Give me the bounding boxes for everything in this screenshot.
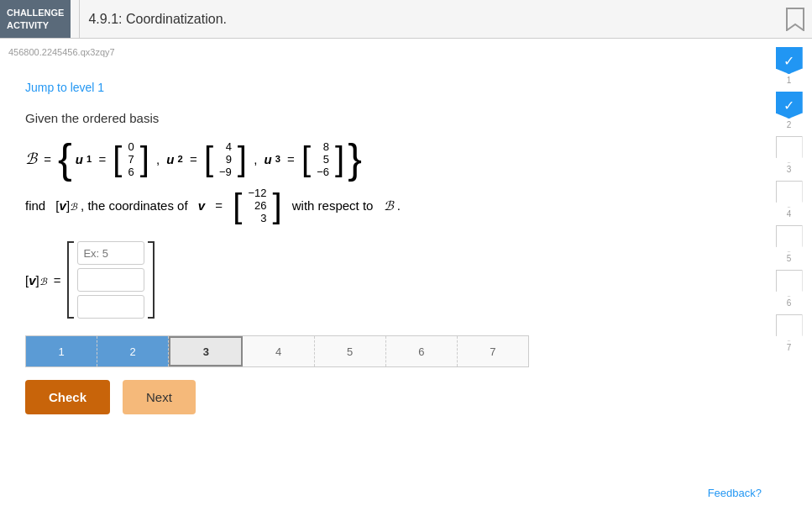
basis-definition: ℬ = { u1 = [ 0 7 6 ] , u2 = [ 4 9 −9 (25, 138, 741, 180)
matrix-input-3[interactable] (77, 295, 144, 319)
sidebar-entry-7: 7 (776, 314, 803, 352)
matrix-input-2[interactable] (77, 268, 144, 292)
u3-r1: 8 (323, 140, 329, 153)
v-bracket-right: ] (272, 189, 281, 223)
u3-r2: 5 (323, 153, 329, 166)
u2-r2: 9 (226, 153, 232, 166)
level-sidebar: ✓ 1 ✓ 2 3 4 5 6 7 (766, 39, 812, 352)
u1-bracket-right: ] (140, 142, 149, 176)
u1-label: u (76, 152, 83, 166)
main-content: Jump to level 1 Given the ordered basis … (0, 39, 766, 506)
u3-bracket-left: [ (301, 142, 311, 176)
u1-r3: 6 (128, 166, 134, 178)
sidebar-entry-6: 6 (776, 270, 803, 308)
comma1: , (153, 152, 164, 166)
find-word: find (25, 198, 45, 213)
check-icon-2: ✓ (783, 98, 794, 113)
buttons-row: Check Next (25, 380, 741, 414)
level-item-1[interactable]: 1 (26, 336, 97, 366)
sidebar-num-3: 3 (787, 165, 792, 174)
eq1: = (95, 152, 109, 166)
page-title: 4.9.1: Coordinatization. (88, 12, 227, 27)
u1-sub: 1 (86, 154, 92, 164)
level-item-2[interactable]: 2 (97, 336, 169, 366)
level-item-4[interactable]: 4 (243, 336, 314, 366)
sidebar-num-6: 6 (787, 298, 792, 308)
u1-r2: 7 (128, 153, 134, 166)
the-coords-text: , the coordinates of (81, 198, 188, 213)
u2-r3: −9 (219, 166, 232, 178)
sidebar-num-2: 2 (787, 120, 792, 129)
open-brace: { (58, 138, 72, 180)
bookmark-icon[interactable] (783, 3, 808, 36)
u3-sub: 3 (275, 154, 280, 164)
eq2: = (186, 152, 201, 166)
challenge-activity-label: CHALLENGE ACTIVITY (0, 0, 71, 38)
with-respect-text: with respect to (292, 198, 374, 213)
v-r1: −12 (248, 187, 266, 199)
v-var: v (198, 198, 205, 213)
input-bracket-wrap (67, 241, 155, 319)
input-equals: = (54, 273, 61, 287)
v-bracket-left: [ (233, 189, 242, 223)
sidebar-num-1: 1 (787, 76, 792, 85)
input-matrix-area: [v]ℬ = (25, 241, 741, 319)
basis-symbol: ℬ (25, 150, 37, 168)
sidebar-item-2[interactable]: ✓ (776, 92, 803, 119)
next-button[interactable]: Next (123, 380, 196, 414)
eq3: = (284, 152, 298, 166)
sidebar-entry-5: 5 (776, 225, 803, 263)
sidebar-num-7: 7 (787, 343, 792, 352)
equals-sign: = (40, 152, 55, 166)
bracket-left-input (67, 241, 74, 319)
sidebar-num-4: 4 (787, 209, 792, 219)
svg-marker-0 (787, 8, 804, 30)
sidebar-entry-3: 3 (776, 136, 803, 174)
comma2: , (250, 152, 261, 166)
sidebar-item-7[interactable] (776, 314, 803, 341)
v-coords-label: [v]ℬ (55, 198, 77, 213)
v-r2: 26 (254, 199, 266, 212)
level-item-5[interactable]: 5 (315, 336, 386, 366)
u3-bracket-right: ] (335, 142, 344, 176)
sidebar-item-1[interactable]: ✓ (776, 47, 803, 74)
level-bar: 1 2 3 4 5 6 7 (25, 335, 529, 367)
B-label-2: ℬ (384, 198, 394, 213)
jump-to-level-link[interactable]: Jump to level 1 (25, 81, 741, 94)
bracket-right-input (148, 241, 155, 319)
u1-r1: 0 (128, 140, 134, 153)
sidebar-item-4[interactable] (776, 181, 803, 208)
sidebar-item-3[interactable] (776, 136, 803, 163)
header-divider (79, 0, 80, 38)
sidebar-entry-2: ✓ 2 (776, 92, 803, 129)
u2-bracket-right: ] (238, 142, 247, 176)
problem-area: Given the ordered basis ℬ = { u1 = [ 0 7… (25, 111, 741, 319)
given-text: Given the ordered basis (25, 111, 741, 125)
u3-r3: −6 (317, 166, 329, 178)
sidebar-item-6[interactable] (776, 270, 803, 297)
sidebar-item-5[interactable] (776, 225, 803, 252)
matrix-input-1[interactable] (77, 241, 144, 265)
u2-label: u (166, 152, 174, 166)
u2-sub: 2 (178, 154, 183, 164)
u2-r1: 4 (226, 140, 232, 153)
feedback-link[interactable]: Feedback? (708, 487, 762, 499)
level-item-7[interactable]: 7 (458, 336, 528, 366)
input-fields (77, 241, 144, 319)
u1-bracket-left: [ (113, 142, 122, 176)
find-line: find [v]ℬ , the coordinates of v = [ −12… (25, 187, 741, 224)
check-button[interactable]: Check (25, 380, 110, 414)
sidebar-entry-1: ✓ 1 (776, 47, 803, 85)
header: CHALLENGE ACTIVITY 4.9.1: Coordinatizati… (0, 0, 812, 39)
level-item-3[interactable]: 3 (169, 336, 243, 366)
equals-v: = (215, 198, 223, 213)
u2-bracket-left: [ (204, 142, 213, 176)
sidebar-entry-4: 4 (776, 181, 803, 219)
sidebar-num-5: 5 (787, 254, 792, 263)
level-item-6[interactable]: 6 (386, 336, 458, 366)
period: . (397, 198, 401, 213)
check-icon-1: ✓ (783, 53, 794, 69)
vb-input-label: [v]ℬ (25, 273, 47, 287)
u3-label: u (265, 152, 272, 166)
close-brace: } (348, 138, 362, 180)
